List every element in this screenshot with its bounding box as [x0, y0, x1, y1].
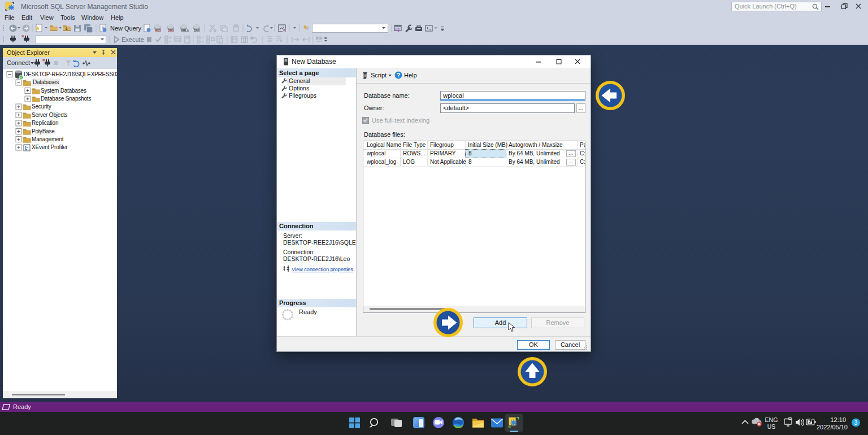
svg-text:US: US: [767, 423, 776, 430]
svg-text:DAX: DAX: [194, 29, 200, 32]
svg-text:iQ: iQ: [396, 27, 400, 32]
svg-text:2022/05/10: 2022/05/10: [817, 424, 848, 430]
svg-text:XMLA: XMLA: [181, 29, 189, 32]
svg-text:DMX: DMX: [168, 29, 175, 32]
svg-text:MDX: MDX: [155, 29, 162, 32]
svg-text:3: 3: [854, 419, 858, 426]
svg-text:ENG: ENG: [765, 416, 778, 423]
svg-text:New Query: New Query: [110, 25, 142, 32]
svg-text:Execute: Execute: [121, 36, 144, 43]
svg-text:12:10: 12:10: [830, 416, 846, 423]
svg-text:?: ?: [397, 72, 400, 79]
